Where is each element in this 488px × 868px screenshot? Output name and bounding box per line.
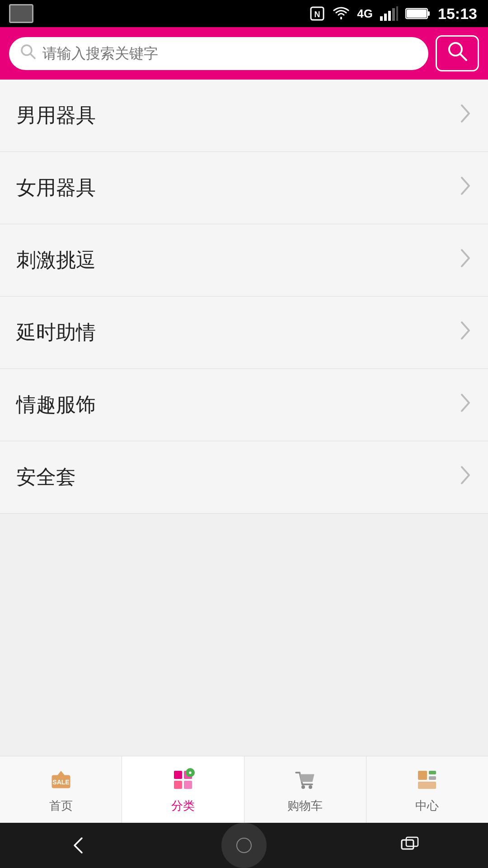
status-bar-left — [9, 4, 37, 23]
category-item-cat-3[interactable]: 刺激挑逗 — [0, 224, 488, 297]
search-input-wrap — [9, 37, 428, 70]
recents-button[interactable] — [396, 832, 423, 859]
chevron-right-icon — [459, 104, 472, 127]
svg-text:N: N — [314, 10, 320, 19]
category-label: 女用器具 — [16, 175, 96, 201]
search-glass-icon — [20, 43, 36, 64]
nav-center-label: 中心 — [415, 798, 439, 814]
status-bar: N 4G 15:13 — [0, 0, 488, 27]
nav-cart[interactable]: 购物车 — [244, 756, 366, 823]
nav-category-label: 分类 — [171, 798, 195, 814]
nav-center[interactable]: 中心 — [366, 756, 488, 823]
search-button-icon — [446, 40, 468, 66]
nav-cart-label: 购物车 — [287, 798, 323, 814]
chevron-right-icon — [459, 465, 472, 489]
wifi-icon — [333, 5, 350, 22]
svg-rect-26 — [429, 776, 436, 780]
signal-icon — [380, 6, 398, 21]
svg-line-13 — [460, 54, 466, 60]
svg-rect-8 — [427, 11, 430, 16]
nfc-icon: N — [309, 5, 325, 22]
chevron-right-icon — [459, 393, 472, 417]
category-item-cat-2[interactable]: 女用器具 — [0, 152, 488, 224]
svg-line-11 — [30, 54, 35, 58]
category-label: 情趣服饰 — [16, 392, 96, 418]
category-label: 刺激挑逗 — [16, 247, 96, 274]
svg-rect-24 — [418, 771, 427, 780]
category-item-cat-5[interactable]: 情趣服饰 — [0, 369, 488, 441]
svg-rect-9 — [407, 9, 427, 18]
nav-cart-icon — [291, 765, 319, 794]
category-label: 延时助情 — [16, 319, 96, 346]
chevron-right-icon — [459, 248, 472, 272]
nav-home-icon: SALE — [47, 765, 75, 794]
svg-text:SALE: SALE — [52, 778, 69, 786]
svg-point-23 — [309, 785, 312, 789]
screen-icon — [9, 4, 33, 23]
svg-rect-5 — [392, 8, 395, 21]
chevron-right-icon — [459, 321, 472, 344]
bottom-nav: SALE 首页 ● 分类 购物车 — [0, 756, 488, 823]
svg-rect-4 — [388, 11, 391, 21]
status-time: 15:13 — [438, 5, 477, 23]
nav-category-icon: ● — [169, 765, 197, 794]
android-nav — [0, 823, 488, 868]
nav-category[interactable]: ● 分类 — [122, 756, 244, 823]
search-bar — [0, 27, 488, 80]
search-input[interactable] — [42, 45, 418, 62]
svg-text:●: ● — [188, 769, 192, 776]
back-button[interactable] — [65, 832, 92, 859]
nav-home-label: 首页 — [49, 798, 73, 814]
svg-rect-19 — [184, 781, 192, 789]
svg-rect-3 — [384, 14, 387, 21]
category-label: 男用器具 — [16, 102, 96, 129]
nav-home[interactable]: SALE 首页 — [0, 756, 122, 823]
svg-rect-2 — [380, 16, 383, 21]
svg-point-22 — [301, 785, 305, 789]
svg-rect-18 — [174, 781, 182, 789]
category-item-cat-4[interactable]: 延时助情 — [0, 297, 488, 369]
svg-rect-6 — [396, 6, 398, 21]
category-label: 安全套 — [16, 464, 76, 491]
network-type: 4G — [357, 7, 373, 21]
status-bar-right: N 4G 15:13 — [309, 5, 477, 23]
category-item-cat-1[interactable]: 男用器具 — [0, 80, 488, 152]
svg-rect-27 — [418, 782, 436, 789]
category-list: 男用器具 女用器具 刺激挑逗 延时助情 — [0, 80, 488, 756]
svg-rect-29 — [402, 840, 413, 849]
nav-center-icon — [413, 765, 441, 794]
svg-rect-16 — [174, 771, 182, 779]
svg-point-28 — [237, 838, 251, 853]
category-item-cat-6[interactable]: 安全套 — [0, 441, 488, 514]
search-button[interactable] — [436, 35, 479, 71]
svg-rect-30 — [406, 837, 418, 846]
svg-rect-25 — [429, 771, 436, 774]
battery-icon — [405, 7, 431, 20]
chevron-right-icon — [459, 176, 472, 200]
home-button[interactable] — [221, 823, 267, 868]
